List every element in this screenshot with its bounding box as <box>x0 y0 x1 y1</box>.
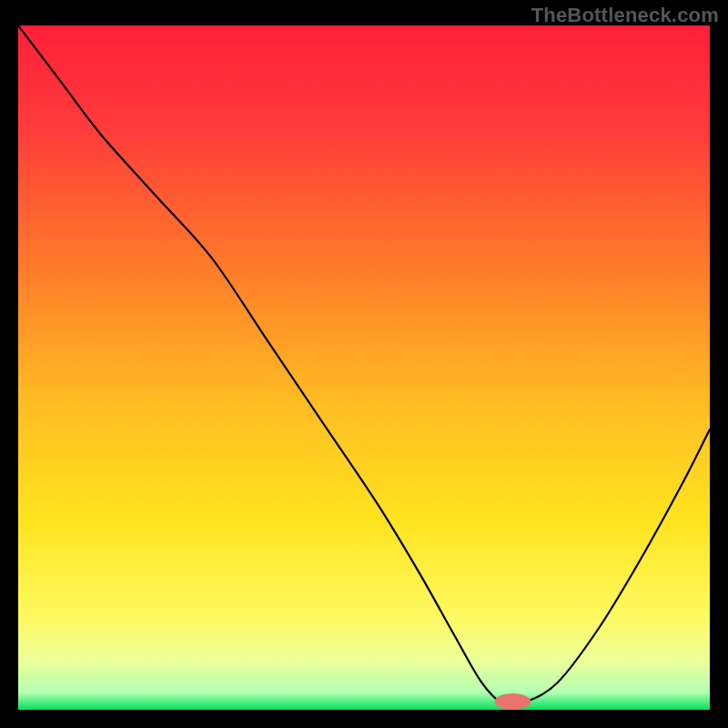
target-marker <box>495 693 531 710</box>
gradient-background <box>18 25 710 710</box>
chart-svg <box>18 25 710 710</box>
watermark-text: TheBottleneck.com <box>531 4 719 27</box>
chart-frame: TheBottleneck.com <box>0 0 728 728</box>
plot-area <box>18 25 710 710</box>
